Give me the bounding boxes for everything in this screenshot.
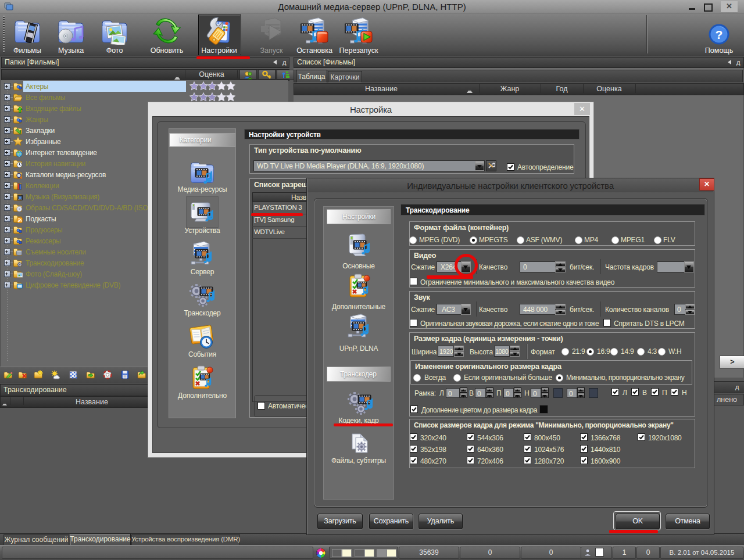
svg-text:?: ?: [716, 28, 723, 41]
